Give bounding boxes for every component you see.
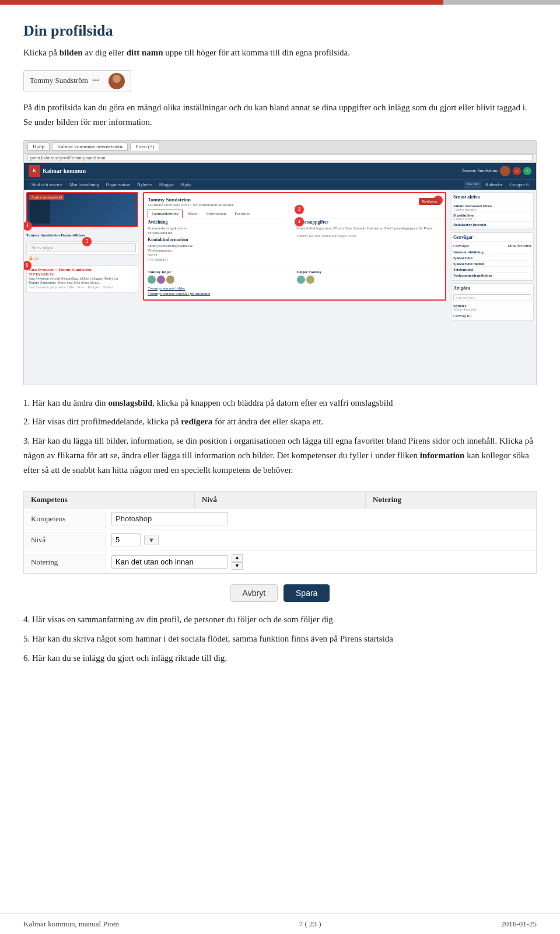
competens-form: Kompetens Nivå ▼ Notering ▲ (23, 508, 537, 574)
follow-avatar-2 (157, 276, 165, 284)
post-input: Skriv något (29, 243, 136, 252)
follows-avatar-2 (306, 276, 314, 284)
tommy-avatar (108, 73, 125, 89)
desc-item-3: 3. Här kan du lägga till bilder, informa… (23, 434, 537, 477)
senast-aktiva-title: Senast aktiva (453, 194, 531, 201)
info-section: 4 Avdelning Kommunledningskontoret Perso… (148, 219, 442, 262)
desc-num-5: 5. (23, 634, 32, 643)
info-col-left: Avdelning Kommunledningskontoret Persona… (148, 219, 293, 262)
desc-item-5: 5. Här kan du skriva något som hamnar i … (23, 632, 537, 646)
header-avatar (500, 166, 510, 176)
desc-num-2: 2. (23, 417, 32, 426)
niva-dropdown[interactable]: ▼ (144, 535, 159, 545)
right-att-gora: Att göra Sök att göra Nyheter Admin Intr… (451, 283, 534, 320)
fav-telefonist: Telefonistöd (453, 267, 531, 273)
col-header-notering: Notering (366, 492, 536, 508)
notification-badge: 2 (513, 167, 521, 175)
nav-grupper: Grupper 6 (506, 181, 531, 189)
fav-sjalvservice: Självservice (453, 255, 531, 261)
photoshop-input[interactable] (111, 512, 228, 525)
desc-num-3: 3. (23, 436, 32, 445)
right-senast-aktiva: Senast aktiva Admin Intranätet Piren 1 a… (451, 192, 534, 230)
genvag-till: Genvag till (453, 313, 531, 318)
tab-sammanfattning: Sammanfattning (148, 210, 183, 218)
notering-input[interactable] (111, 555, 228, 569)
cancel-button[interactable]: Avbryt (230, 584, 278, 602)
competens-table-header: Kompetens Nivå Notering (23, 491, 537, 508)
para1-text: På din profilsida kan du göra en mängd o… (23, 100, 537, 130)
no-images-notice: Tommy har inte laddat upp några bilder (296, 234, 442, 238)
nav-bloggar: Bloggar (156, 181, 177, 189)
desc-item-6: 6. Här kan du se inlägg du gjort och inl… (23, 651, 537, 665)
desc-num-4: 4. (23, 615, 32, 624)
info-name: Tommy Sundström (148, 197, 442, 203)
competens-section: Kompetens Nivå Notering Kompetens Nivå ▼ (23, 491, 537, 574)
nav-nyheter: Nyheter (134, 181, 155, 189)
sara-post-header: Sara Svensson > Tommy Sundström (29, 267, 136, 272)
header-right: Tommy Sundström 2 + (462, 166, 531, 176)
notering-arrows: ▲ ▼ (232, 554, 243, 570)
desc-list-1: 1. Här kan du ändra din omslagsbild, kli… (23, 396, 537, 478)
nav-stod: Stöd och service (29, 181, 65, 189)
page-content: Din profilsida Klicka på bilden av dig e… (0, 5, 560, 711)
browser-chrome: Hjälp Kalmar kommuns internetsidor Piren… (24, 141, 536, 154)
col-header-kompetens: Kompetens (24, 492, 195, 508)
desc-num-6: 6. (23, 653, 32, 663)
row3-label: Notering (24, 553, 106, 571)
profile-center: 2 Redigera Tommy Sundström Utbildare ino… (141, 190, 449, 385)
profile-left: Ändra omslagsbild 1 Tommy Sundström Data… (24, 190, 141, 385)
edit-area: 2 Redigera (433, 196, 443, 205)
page-footer: Kalmar kommun, manual Piren 7 ( 23 ) 201… (0, 913, 560, 934)
cover-label: Ändra omslagsbild (29, 194, 64, 200)
recent-content-link: Tommys senaste innehåll på intranätet (148, 291, 442, 296)
add-badge: + (523, 167, 531, 175)
top-bar-red (0, 0, 443, 5)
edit-button[interactable]: Redigera (419, 198, 440, 205)
nyheter-item: Nyheter Admin Intranätet (453, 303, 531, 312)
contact-label: Kontaktinformation (148, 237, 293, 242)
arrow-down[interactable]: ▼ (232, 562, 243, 570)
tab-bilder: Bilder (183, 210, 202, 218)
info-sub: Utbildare inom data och IT för kommunen-… (148, 203, 442, 207)
profile-layout: Ändra omslagsbild 1 Tommy Sundström Data… (24, 190, 536, 385)
att-gora-input: Sök att göra (453, 294, 531, 301)
contact-mobile-val: 070-5569471 (148, 257, 293, 262)
desc-item-4: 4. Här visas en sammanfattning av din pr… (23, 612, 537, 627)
profile-cover: Ändra omslagsbild 1 (26, 192, 138, 227)
work-value: Internutbildningar inom IT och Data, Int… (296, 226, 442, 230)
search-area: Sök här (464, 181, 481, 189)
dept-value: Kommunledningskontoret (148, 226, 293, 230)
badge-number-4: 4 (295, 217, 304, 226)
right-item-red: Redaktörer Intranät (453, 222, 531, 228)
browser-sim: Hjälp Kalmar kommuns internetsidor Piren… (24, 141, 536, 385)
dept-label: Avdelning (148, 219, 293, 225)
follows-tommy-avatars (297, 276, 442, 284)
competens-row-3: Notering ▲ ▼ (24, 550, 536, 573)
top-bar-gray (443, 0, 560, 5)
right-genvagar: Genvägar GenvägarMina favoriter Internet… (451, 232, 534, 281)
follow-avatar-3 (166, 276, 174, 284)
row1-label: Kompetens (24, 510, 106, 528)
footer-left: Kalmar kommun, manual Piren (23, 919, 119, 929)
arrow-up[interactable]: ▲ (232, 554, 243, 562)
follows-tommy-label: Följer Tommy (297, 270, 442, 274)
browser-tab-kalmar: Kalmar kommuns internetsidor (52, 142, 128, 151)
save-button[interactable]: Spara (284, 584, 330, 602)
niva-input[interactable] (111, 533, 141, 546)
profile-info-card: 2 Redigera Tommy Sundström Utbildare ino… (143, 192, 446, 301)
profile-name-left: Tommy Sundström Datautbildare (26, 233, 138, 238)
nav-hjalp: Hjälp (178, 181, 195, 189)
intro-text: Klicka på bilden av dig eller ditt namn … (23, 46, 537, 60)
follow-avatar-1 (148, 276, 156, 284)
right-item-admin: Admin Intranätet Piren 1 aktiva ärenden (453, 203, 531, 212)
row3-value: ▲ ▼ (106, 550, 536, 573)
tab-information: Information (202, 210, 230, 218)
follows-tommy: Följer Tommy (297, 270, 442, 284)
site-header: K Kalmar kommun Tommy Sundström 2 + (24, 163, 536, 179)
competens-row-1: Kompetens (24, 508, 536, 529)
sara-post-tag: TITTA VAD FI! (29, 272, 136, 276)
contact-email: tommy.sundstrom@kalmar.se (148, 243, 293, 248)
footer-right: 2016-01-25 (501, 919, 537, 929)
nav-min: Min förvaltning (66, 181, 102, 189)
desc-list-2: 4. Här visas en sammanfattning av din pr… (23, 612, 537, 665)
